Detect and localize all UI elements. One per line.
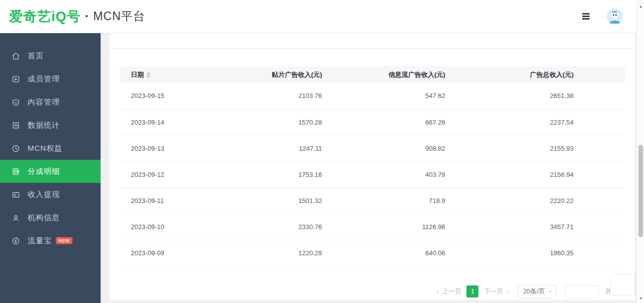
cell-total: 1860.35 [445, 240, 574, 266]
cell-total: 2237.54 [445, 109, 574, 135]
cell-feed: 908.82 [322, 135, 445, 161]
jump-page-input[interactable] [565, 285, 599, 298]
ledger-icon [12, 167, 20, 176]
cell-feed: 547.62 [322, 83, 445, 109]
scrollbar-up-arrow-icon[interactable]: ▲ [637, 5, 644, 8]
sidebar-item-revenue-share[interactable]: 分成明细 [0, 160, 101, 183]
app-root: 爱奇艺iQ号 · MCN平台 [0, 0, 644, 303]
brand-logo-text: 爱奇艺iQ号 [9, 8, 81, 26]
chevron-down-icon: ▾ [549, 289, 551, 294]
cell-total: 2155.93 [445, 135, 574, 161]
sidebar-item-label: 首页 [28, 51, 44, 61]
person-icon [12, 214, 20, 222]
cell-feed: 667.26 [322, 109, 445, 135]
cell-feed: 1126.96 [322, 214, 445, 240]
column-header-spacer [574, 66, 625, 83]
cell-feed: 403.78 [322, 161, 445, 187]
main-content: 日期 贴片广告收入(元) 信息流广告收入(元) 广告总收入(元) 2023-09… [101, 33, 644, 303]
table-row: 2023-09-09 1220.29 640.06 1860.35 [120, 240, 625, 266]
column-header-date[interactable]: 日期 [120, 66, 220, 83]
cell-preroll: 1220.29 [220, 240, 322, 266]
cell-preroll: 1501.32 [220, 187, 322, 214]
sidebar-item-label: 内容管理 [28, 97, 60, 107]
table-row: 2023-09-13 1247.11 908.82 2155.93 [120, 135, 625, 161]
cell-date: 2023-09-12 [120, 161, 220, 187]
brand-subtitle: MCN平台 [93, 9, 145, 24]
page-size-select[interactable]: 20条/页 ▾ [518, 285, 556, 298]
sidebar-item-home[interactable]: 首页 [0, 44, 101, 67]
cell-date: 2023-09-10 [120, 214, 220, 240]
cell-date: 2023-09-11 [120, 187, 220, 214]
sidebar: 首页 成员管理 内容管理 数据统计 MCN权益 [0, 33, 101, 303]
withdraw-card-icon [12, 190, 20, 199]
cell-feed: 640.06 [322, 240, 445, 266]
sidebar-item-members[interactable]: 成员管理 [0, 67, 101, 90]
sidebar-item-withdraw[interactable]: 收入提现 [0, 183, 101, 206]
cell-total: 3457.71 [445, 214, 574, 240]
content-card: 日期 贴片广告收入(元) 信息流广告收入(元) 广告总收入(元) 2023-09… [110, 33, 635, 300]
sidebar-item-label: 收入提现 [28, 190, 60, 199]
floating-widget[interactable] [610, 274, 635, 295]
next-page-button[interactable]: 下一页 › [484, 287, 509, 296]
toolbar-strip [110, 33, 635, 49]
content-badge-icon [12, 98, 20, 107]
table-row: 2023-09-14 1570.28 667.26 2237.54 [120, 109, 625, 135]
table-row: 2023-09-15 2103.76 547.62 2651.38 [120, 83, 625, 109]
prev-page-button[interactable]: ‹ 上一页 [436, 287, 461, 296]
new-badge: NEW [56, 237, 72, 244]
cell-preroll: 1247.11 [220, 135, 322, 161]
top-header: 爱奇艺iQ号 · MCN平台 [0, 0, 644, 33]
user-avatar[interactable] [607, 9, 623, 25]
cell-preroll: 2330.76 [220, 214, 322, 240]
topbar-actions [582, 9, 630, 25]
member-card-icon [12, 75, 20, 83]
sidebar-item-label: 流量宝 [28, 236, 52, 246]
cell-preroll: 1570.28 [220, 109, 322, 135]
cell-total: 2651.38 [445, 83, 574, 109]
pagination: ‹ 上一页 1 下一页 › 20条/页 ▾ 跳转 [126, 285, 619, 298]
scrollbar-down-arrow-icon[interactable]: ▼ [637, 296, 644, 300]
table-row: 2023-09-12 1753.16 403.78 2156.94 [120, 161, 625, 187]
clock-icon [12, 144, 20, 153]
sidebar-item-content[interactable]: 内容管理 [0, 90, 101, 114]
sidebar-item-traffic[interactable]: 流量宝 NEW [0, 229, 101, 252]
table-row: 2023-09-10 2330.76 1126.96 3457.71 [120, 214, 625, 240]
brand-logo[interactable]: 爱奇艺iQ号 · MCN平台 [9, 8, 145, 26]
column-header-feed-ad-revenue: 信息流广告收入(元) [322, 66, 445, 83]
sidebar-item-label: 数据统计 [28, 121, 60, 130]
cell-total: 2156.94 [445, 161, 574, 187]
sidebar-item-label: 成员管理 [28, 74, 60, 84]
sidebar-item-label: MCN权益 [28, 144, 62, 153]
stats-book-icon [12, 121, 20, 130]
scrollbar[interactable]: ▲ ▼ [636, 0, 644, 303]
home-icon [12, 52, 20, 60]
cell-preroll: 2103.76 [220, 83, 322, 109]
cell-date: 2023-09-09 [120, 240, 220, 266]
cell-feed: 718.9 [322, 187, 445, 214]
page-number-button[interactable]: 1 [466, 285, 478, 297]
sidebar-item-label: 分成明细 [28, 167, 60, 176]
table-header-row: 日期 贴片广告收入(元) 信息流广告收入(元) 广告总收入(元) [120, 66, 625, 83]
chevron-left-icon: ‹ [436, 288, 439, 295]
revenue-table: 日期 贴片广告收入(元) 信息流广告收入(元) 广告总收入(元) 2023-09… [120, 66, 625, 266]
sidebar-item-mcn-rights[interactable]: MCN权益 [0, 137, 101, 160]
sort-caret-icon[interactable] [146, 72, 150, 78]
chevron-right-icon: › [506, 288, 509, 295]
cell-date: 2023-09-15 [120, 83, 220, 109]
sidebar-item-org-info[interactable]: 机构信息 [0, 206, 101, 229]
brand-logo-separator: · [85, 9, 90, 24]
hamburger-menu-icon[interactable] [582, 12, 590, 21]
speedometer-icon [12, 237, 20, 245]
cell-preroll: 1753.16 [220, 161, 322, 187]
cell-total: 2220.22 [445, 187, 574, 214]
cell-date: 2023-09-14 [120, 109, 220, 135]
scrollbar-thumb[interactable] [638, 145, 643, 237]
cell-date: 2023-09-13 [120, 135, 220, 161]
table-row: 2023-09-11 1501.32 718.9 2220.22 [120, 187, 625, 214]
sidebar-item-label: 机构信息 [28, 213, 60, 223]
column-header-total-ad-revenue: 广告总收入(元) [445, 66, 574, 83]
column-header-preroll-ad-revenue: 贴片广告收入(元) [220, 66, 322, 83]
sidebar-item-stats[interactable]: 数据统计 [0, 114, 101, 137]
